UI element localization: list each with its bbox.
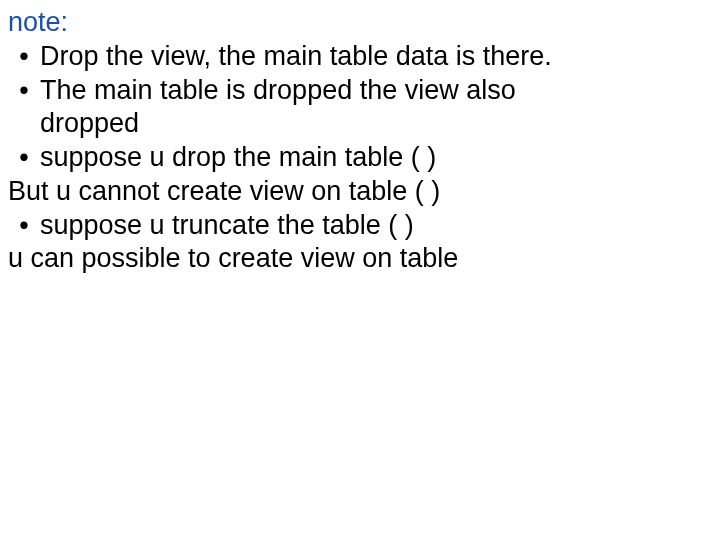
bullet-text-3: suppose u drop the main table ( ) [40, 141, 712, 175]
bullet-icon: • [8, 141, 40, 175]
bullet-item-2: • The main table is dropped the view als… [8, 74, 712, 108]
bullet-item-1: • Drop the view, the main table data is … [8, 40, 712, 74]
plain-line-2: u can possible to create view on table [8, 242, 712, 276]
bullet-text-2: The main table is dropped the view also [40, 74, 712, 108]
bullet-icon: • [8, 40, 40, 74]
note-block: note: • Drop the view, the main table da… [0, 0, 720, 276]
bullet-text-4: suppose u truncate the table ( ) [40, 209, 712, 243]
bullet-text-2-cont: dropped [8, 107, 712, 141]
bullet-item-4: • suppose u truncate the table ( ) [8, 209, 712, 243]
plain-line-1: But u cannot create view on table ( ) [8, 175, 712, 209]
note-heading: note: [8, 6, 712, 40]
bullet-icon: • [8, 74, 40, 108]
bullet-text-1: Drop the view, the main table data is th… [40, 40, 712, 74]
bullet-item-3: • suppose u drop the main table ( ) [8, 141, 712, 175]
bullet-icon: • [8, 209, 40, 243]
